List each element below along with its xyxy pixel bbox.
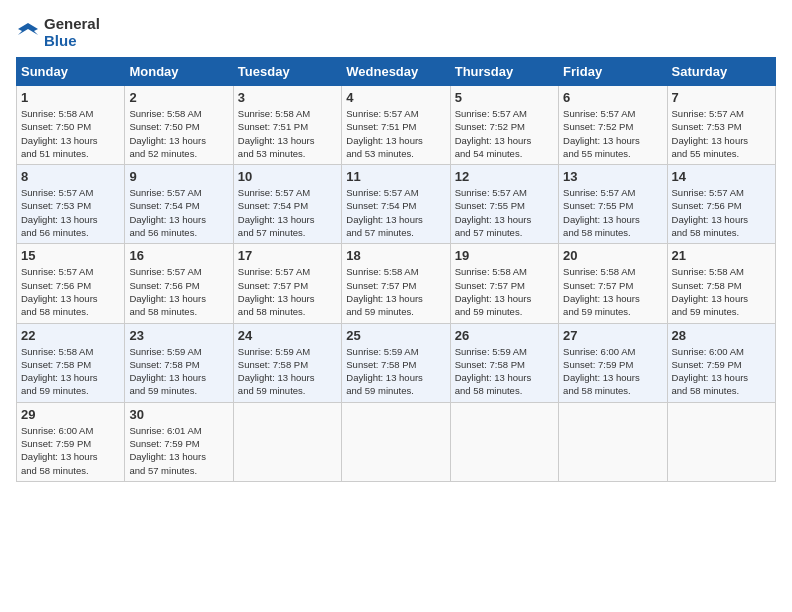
day-number: 28: [672, 328, 771, 343]
day-info: Sunrise: 5:59 AMSunset: 7:58 PMDaylight:…: [238, 345, 337, 398]
day-number: 17: [238, 248, 337, 263]
day-number: 23: [129, 328, 228, 343]
day-number: 7: [672, 90, 771, 105]
day-info: Sunrise: 5:57 AMSunset: 7:55 PMDaylight:…: [455, 186, 554, 239]
day-cell: 18 Sunrise: 5:58 AMSunset: 7:57 PMDaylig…: [342, 244, 450, 323]
day-number: 15: [21, 248, 120, 263]
logo-general: General: [44, 16, 100, 33]
column-header-friday: Friday: [559, 58, 667, 86]
day-number: 22: [21, 328, 120, 343]
day-cell: 28 Sunrise: 6:00 AMSunset: 7:59 PMDaylig…: [667, 323, 775, 402]
column-header-thursday: Thursday: [450, 58, 558, 86]
day-number: 27: [563, 328, 662, 343]
day-cell: 5 Sunrise: 5:57 AMSunset: 7:52 PMDayligh…: [450, 86, 558, 165]
day-cell: 17 Sunrise: 5:57 AMSunset: 7:57 PMDaylig…: [233, 244, 341, 323]
day-info: Sunrise: 6:00 AMSunset: 7:59 PMDaylight:…: [672, 345, 771, 398]
day-info: Sunrise: 5:57 AMSunset: 7:52 PMDaylight:…: [563, 107, 662, 160]
day-cell: 6 Sunrise: 5:57 AMSunset: 7:52 PMDayligh…: [559, 86, 667, 165]
day-cell: 26 Sunrise: 5:59 AMSunset: 7:58 PMDaylig…: [450, 323, 558, 402]
day-number: 8: [21, 169, 120, 184]
day-number: 25: [346, 328, 445, 343]
day-info: Sunrise: 5:58 AMSunset: 7:57 PMDaylight:…: [455, 265, 554, 318]
day-number: 9: [129, 169, 228, 184]
day-number: 24: [238, 328, 337, 343]
day-cell: 2 Sunrise: 5:58 AMSunset: 7:50 PMDayligh…: [125, 86, 233, 165]
day-cell: 9 Sunrise: 5:57 AMSunset: 7:54 PMDayligh…: [125, 165, 233, 244]
column-header-monday: Monday: [125, 58, 233, 86]
day-number: 26: [455, 328, 554, 343]
day-number: 20: [563, 248, 662, 263]
day-info: Sunrise: 5:57 AMSunset: 7:52 PMDaylight:…: [455, 107, 554, 160]
day-info: Sunrise: 5:57 AMSunset: 7:55 PMDaylight:…: [563, 186, 662, 239]
day-info: Sunrise: 5:58 AMSunset: 7:50 PMDaylight:…: [129, 107, 228, 160]
day-cell: 11 Sunrise: 5:57 AMSunset: 7:54 PMDaylig…: [342, 165, 450, 244]
day-cell: 24 Sunrise: 5:59 AMSunset: 7:58 PMDaylig…: [233, 323, 341, 402]
day-info: Sunrise: 5:57 AMSunset: 7:56 PMDaylight:…: [129, 265, 228, 318]
day-number: 6: [563, 90, 662, 105]
day-cell: 16 Sunrise: 5:57 AMSunset: 7:56 PMDaylig…: [125, 244, 233, 323]
day-cell: 15 Sunrise: 5:57 AMSunset: 7:56 PMDaylig…: [17, 244, 125, 323]
day-info: Sunrise: 5:57 AMSunset: 7:56 PMDaylight:…: [672, 186, 771, 239]
day-cell: 19 Sunrise: 5:58 AMSunset: 7:57 PMDaylig…: [450, 244, 558, 323]
day-cell: [233, 402, 341, 481]
day-number: 1: [21, 90, 120, 105]
day-cell: [342, 402, 450, 481]
week-row-5: 29 Sunrise: 6:00 AMSunset: 7:59 PMDaylig…: [17, 402, 776, 481]
day-number: 3: [238, 90, 337, 105]
column-header-sunday: Sunday: [17, 58, 125, 86]
day-cell: [559, 402, 667, 481]
day-cell: 22 Sunrise: 5:58 AMSunset: 7:58 PMDaylig…: [17, 323, 125, 402]
header: General Blue: [16, 16, 776, 49]
day-info: Sunrise: 5:58 AMSunset: 7:57 PMDaylight:…: [346, 265, 445, 318]
day-number: 10: [238, 169, 337, 184]
day-info: Sunrise: 5:58 AMSunset: 7:50 PMDaylight:…: [21, 107, 120, 160]
day-cell: 3 Sunrise: 5:58 AMSunset: 7:51 PMDayligh…: [233, 86, 341, 165]
day-info: Sunrise: 5:57 AMSunset: 7:53 PMDaylight:…: [672, 107, 771, 160]
day-info: Sunrise: 5:57 AMSunset: 7:57 PMDaylight:…: [238, 265, 337, 318]
day-cell: 13 Sunrise: 5:57 AMSunset: 7:55 PMDaylig…: [559, 165, 667, 244]
column-header-wednesday: Wednesday: [342, 58, 450, 86]
day-cell: 29 Sunrise: 6:00 AMSunset: 7:59 PMDaylig…: [17, 402, 125, 481]
day-cell: 14 Sunrise: 5:57 AMSunset: 7:56 PMDaylig…: [667, 165, 775, 244]
day-info: Sunrise: 5:58 AMSunset: 7:58 PMDaylight:…: [21, 345, 120, 398]
day-cell: 4 Sunrise: 5:57 AMSunset: 7:51 PMDayligh…: [342, 86, 450, 165]
day-cell: 12 Sunrise: 5:57 AMSunset: 7:55 PMDaylig…: [450, 165, 558, 244]
day-info: Sunrise: 5:58 AMSunset: 7:58 PMDaylight:…: [672, 265, 771, 318]
day-cell: 1 Sunrise: 5:58 AMSunset: 7:50 PMDayligh…: [17, 86, 125, 165]
day-info: Sunrise: 5:57 AMSunset: 7:54 PMDaylight:…: [238, 186, 337, 239]
week-row-1: 1 Sunrise: 5:58 AMSunset: 7:50 PMDayligh…: [17, 86, 776, 165]
day-info: Sunrise: 6:00 AMSunset: 7:59 PMDaylight:…: [21, 424, 120, 477]
week-row-4: 22 Sunrise: 5:58 AMSunset: 7:58 PMDaylig…: [17, 323, 776, 402]
day-info: Sunrise: 5:59 AMSunset: 7:58 PMDaylight:…: [346, 345, 445, 398]
logo: General Blue: [16, 16, 100, 49]
calendar-table: SundayMondayTuesdayWednesdayThursdayFrid…: [16, 57, 776, 482]
day-cell: 10 Sunrise: 5:57 AMSunset: 7:54 PMDaylig…: [233, 165, 341, 244]
column-header-tuesday: Tuesday: [233, 58, 341, 86]
day-number: 16: [129, 248, 228, 263]
day-info: Sunrise: 5:57 AMSunset: 7:51 PMDaylight:…: [346, 107, 445, 160]
day-number: 18: [346, 248, 445, 263]
day-number: 19: [455, 248, 554, 263]
day-cell: 25 Sunrise: 5:59 AMSunset: 7:58 PMDaylig…: [342, 323, 450, 402]
day-info: Sunrise: 5:57 AMSunset: 7:56 PMDaylight:…: [21, 265, 120, 318]
day-number: 2: [129, 90, 228, 105]
week-row-3: 15 Sunrise: 5:57 AMSunset: 7:56 PMDaylig…: [17, 244, 776, 323]
day-cell: 21 Sunrise: 5:58 AMSunset: 7:58 PMDaylig…: [667, 244, 775, 323]
day-info: Sunrise: 5:57 AMSunset: 7:53 PMDaylight:…: [21, 186, 120, 239]
day-number: 13: [563, 169, 662, 184]
day-cell: [450, 402, 558, 481]
week-row-2: 8 Sunrise: 5:57 AMSunset: 7:53 PMDayligh…: [17, 165, 776, 244]
header-row: SundayMondayTuesdayWednesdayThursdayFrid…: [17, 58, 776, 86]
column-header-saturday: Saturday: [667, 58, 775, 86]
day-number: 11: [346, 169, 445, 184]
day-cell: [667, 402, 775, 481]
day-number: 5: [455, 90, 554, 105]
day-info: Sunrise: 5:57 AMSunset: 7:54 PMDaylight:…: [129, 186, 228, 239]
day-number: 12: [455, 169, 554, 184]
day-info: Sunrise: 5:57 AMSunset: 7:54 PMDaylight:…: [346, 186, 445, 239]
day-cell: 23 Sunrise: 5:59 AMSunset: 7:58 PMDaylig…: [125, 323, 233, 402]
day-info: Sunrise: 6:00 AMSunset: 7:59 PMDaylight:…: [563, 345, 662, 398]
day-cell: 27 Sunrise: 6:00 AMSunset: 7:59 PMDaylig…: [559, 323, 667, 402]
day-number: 14: [672, 169, 771, 184]
day-info: Sunrise: 6:01 AMSunset: 7:59 PMDaylight:…: [129, 424, 228, 477]
